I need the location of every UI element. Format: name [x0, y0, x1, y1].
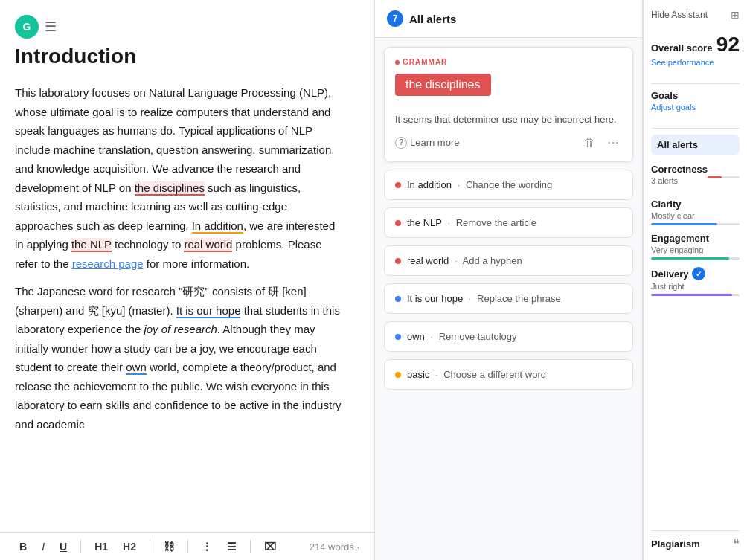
alert-dot-blue-2: [395, 334, 401, 340]
delivery-subtitle: Just right: [651, 282, 740, 291]
h1-button[interactable]: H1: [90, 539, 112, 554]
logo-letter: G: [23, 21, 31, 33]
alert-dot-red: [395, 182, 401, 188]
grammar-card-icons: 🗑 ⋯: [580, 134, 622, 151]
alerts-badge: 7: [387, 10, 403, 27]
engagement-label: Engagement: [651, 233, 709, 244]
word-count: 214 words ·: [310, 541, 359, 553]
learn-more-button[interactable]: ? Learn more: [395, 137, 459, 149]
bold-button[interactable]: B: [15, 539, 31, 554]
divider-2: [651, 128, 740, 129]
alert-term-4: It is our hope · Replace the phrase: [407, 293, 561, 304]
clarity-label: Clarity: [651, 199, 681, 210]
delete-alert-button[interactable]: 🗑: [580, 134, 598, 151]
highlight-in-addition[interactable]: In addition: [192, 219, 243, 234]
delivery-title-row: Delivery ✓: [651, 267, 705, 280]
grammar-actions: ? Learn more 🗑 ⋯: [395, 134, 622, 151]
clarity-bar: [651, 223, 740, 225]
all-alerts-nav[interactable]: All alerts: [651, 135, 740, 155]
document-title: Introduction: [15, 45, 344, 68]
h2-button[interactable]: H2: [118, 539, 141, 554]
panel-layout-icon[interactable]: ⊞: [731, 9, 740, 21]
alert-dot-blue: [395, 296, 401, 302]
alert-item-the-nlp[interactable]: the NLP · Remove the article: [384, 207, 633, 238]
overall-score-number: 92: [716, 33, 740, 57]
document-body: This laboratory focuses on Natural Langu…: [15, 83, 344, 434]
alert-term-2: the NLP · Remove the article: [407, 217, 536, 228]
highlight-the-disciplines[interactable]: the disciplines: [135, 181, 205, 196]
adjust-goals[interactable]: Adjust goals: [651, 103, 740, 112]
highlight-the-nlp[interactable]: the NLP: [71, 238, 112, 252]
right-panel: Hide Assistant ⊞ Overall score 92 See pe…: [643, 0, 747, 560]
alert-term: In addition · Change the wording: [407, 179, 552, 190]
toolbar-divider-3: [187, 540, 188, 553]
question-icon: ?: [395, 137, 407, 149]
unordered-list-button[interactable]: ☰: [222, 539, 241, 554]
delivery-check-icon: ✓: [692, 267, 705, 280]
ordered-list-button[interactable]: ⋮: [197, 539, 217, 554]
alert-item-own[interactable]: own · Remove tautology: [384, 321, 633, 352]
score-row: Overall score 92: [651, 33, 740, 57]
highlight-real-world[interactable]: real world: [184, 238, 232, 252]
plagiarism-icon: ❝: [733, 537, 740, 551]
divider-1: [651, 83, 740, 84]
overall-score-label: Overall score: [651, 42, 712, 54]
alert-term-6: basic · Choose a different word: [407, 369, 546, 380]
delivery-label: Delivery: [651, 268, 689, 280]
bottom-toolbar: B I U H1 H2 ⛓ ⋮ ☰ ⌧ 214 words ·: [0, 532, 374, 560]
alert-item-our-hope[interactable]: It is our hope · Replace the phrase: [384, 283, 633, 314]
toolbar-divider-4: [250, 540, 251, 553]
correctness-bar-fill: [708, 176, 722, 178]
highlight-own[interactable]: own: [126, 361, 147, 375]
alert-term-3: real world · Add a hyphen: [407, 255, 522, 266]
clarity-section: Clarity Mostly clear: [651, 199, 740, 225]
alert-dot-red-2: [395, 220, 401, 226]
grammar-card[interactable]: GRAMMAR the disciplines It seems that de…: [384, 47, 633, 162]
alerts-header: 7 All alerts: [375, 0, 642, 38]
paragraph-1: This laboratory focuses on Natural Langu…: [15, 83, 344, 273]
more-options-button[interactable]: ⋯: [604, 134, 622, 151]
highlight-it-is-our-hope[interactable]: It is our hope: [176, 304, 241, 318]
engagement-bar-fill: [651, 257, 729, 260]
paragraph-2: The Japanese word for research "研究" cons…: [15, 282, 344, 434]
alerts-title: All alerts: [409, 13, 456, 25]
alert-item-basic[interactable]: basic · Choose a different word: [384, 359, 633, 390]
delivery-section: Delivery ✓ Just right: [651, 267, 740, 296]
correctness-bar: [708, 176, 740, 178]
clear-format-button[interactable]: ⌧: [260, 539, 280, 554]
correctness-section[interactable]: Correctness 3 alerts: [651, 161, 740, 191]
research-page-link[interactable]: research page: [72, 257, 144, 270]
engagement-section: Engagement Very engaging: [651, 233, 740, 260]
grammar-description: It seems that determiner use may be inco…: [395, 114, 622, 125]
alert-term-5: own · Remove tautology: [407, 331, 517, 342]
engagement-subtitle: Very engaging: [651, 245, 740, 254]
grammarly-logo: G: [15, 15, 39, 39]
plagiarism-label: Plagiarism: [651, 538, 700, 550]
score-section: Overall score 92 See performance: [651, 33, 740, 67]
plagiarism-section[interactable]: Plagiarism ❝: [651, 530, 740, 551]
alert-dot-orange: [395, 372, 401, 378]
center-panel: 7 All alerts GRAMMAR the disciplines It …: [375, 0, 643, 560]
grammar-tag: GRAMMAR: [395, 58, 622, 66]
alerts-body: GRAMMAR the disciplines It seems that de…: [375, 38, 642, 560]
link-button[interactable]: ⛓: [159, 539, 179, 554]
grammar-highlight-word: the disciplines: [395, 74, 491, 96]
alert-dot-red-3: [395, 258, 401, 264]
underline-button[interactable]: U: [55, 539, 71, 554]
alert-item-in-addition[interactable]: In addition · Change the wording: [384, 170, 633, 200]
see-performance-link[interactable]: See performance: [651, 58, 740, 67]
hide-assistant-row: Hide Assistant ⊞: [651, 9, 740, 21]
engagement-bar: [651, 257, 740, 260]
hide-assistant-label[interactable]: Hide Assistant: [651, 10, 708, 20]
alert-item-real-world[interactable]: real world · Add a hyphen: [384, 245, 633, 276]
delivery-bar-fill: [651, 294, 732, 296]
correctness-count: 3 alerts: [651, 176, 708, 185]
italic-button[interactable]: I: [37, 539, 49, 554]
toolbar-divider-1: [80, 540, 81, 553]
correctness-label: Correctness: [651, 164, 708, 175]
delivery-bar: [651, 294, 740, 296]
toolbar-divider-2: [150, 540, 150, 553]
menu-icon[interactable]: ☰: [45, 19, 57, 35]
goals-section: Goals Adjust goals: [651, 90, 740, 115]
clarity-bar-fill: [651, 223, 717, 225]
